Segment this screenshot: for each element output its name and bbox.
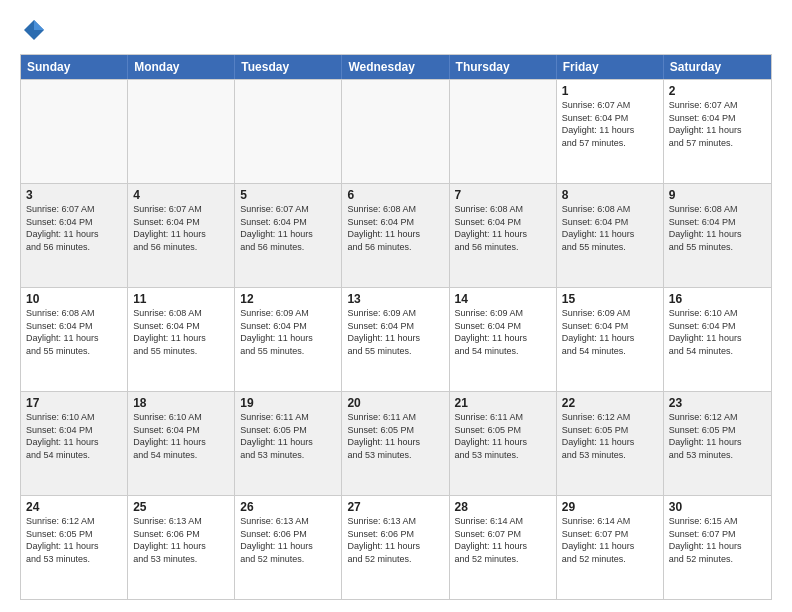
day-number: 21 <box>455 396 551 410</box>
calendar-cell: 7Sunrise: 6:08 AM Sunset: 6:04 PM Daylig… <box>450 184 557 287</box>
day-info: Sunrise: 6:08 AM Sunset: 6:04 PM Dayligh… <box>562 203 658 253</box>
calendar-cell: 24Sunrise: 6:12 AM Sunset: 6:05 PM Dayli… <box>21 496 128 599</box>
weekday-header: Thursday <box>450 55 557 79</box>
svg-marker-1 <box>34 20 44 30</box>
day-info: Sunrise: 6:11 AM Sunset: 6:05 PM Dayligh… <box>455 411 551 461</box>
calendar-cell: 25Sunrise: 6:13 AM Sunset: 6:06 PM Dayli… <box>128 496 235 599</box>
day-info: Sunrise: 6:09 AM Sunset: 6:04 PM Dayligh… <box>347 307 443 357</box>
day-number: 15 <box>562 292 658 306</box>
day-number: 11 <box>133 292 229 306</box>
calendar-cell: 18Sunrise: 6:10 AM Sunset: 6:04 PM Dayli… <box>128 392 235 495</box>
calendar-body: 1Sunrise: 6:07 AM Sunset: 6:04 PM Daylig… <box>21 79 771 599</box>
calendar-cell: 13Sunrise: 6:09 AM Sunset: 6:04 PM Dayli… <box>342 288 449 391</box>
calendar-cell: 19Sunrise: 6:11 AM Sunset: 6:05 PM Dayli… <box>235 392 342 495</box>
day-info: Sunrise: 6:07 AM Sunset: 6:04 PM Dayligh… <box>669 99 766 149</box>
day-info: Sunrise: 6:12 AM Sunset: 6:05 PM Dayligh… <box>562 411 658 461</box>
page: SundayMondayTuesdayWednesdayThursdayFrid… <box>0 0 792 612</box>
day-info: Sunrise: 6:08 AM Sunset: 6:04 PM Dayligh… <box>26 307 122 357</box>
calendar-row: 17Sunrise: 6:10 AM Sunset: 6:04 PM Dayli… <box>21 391 771 495</box>
day-info: Sunrise: 6:14 AM Sunset: 6:07 PM Dayligh… <box>455 515 551 565</box>
calendar: SundayMondayTuesdayWednesdayThursdayFrid… <box>20 54 772 600</box>
weekday-header: Friday <box>557 55 664 79</box>
day-info: Sunrise: 6:07 AM Sunset: 6:04 PM Dayligh… <box>240 203 336 253</box>
day-info: Sunrise: 6:09 AM Sunset: 6:04 PM Dayligh… <box>240 307 336 357</box>
day-number: 13 <box>347 292 443 306</box>
calendar-cell: 2Sunrise: 6:07 AM Sunset: 6:04 PM Daylig… <box>664 80 771 183</box>
day-info: Sunrise: 6:10 AM Sunset: 6:04 PM Dayligh… <box>133 411 229 461</box>
day-number: 18 <box>133 396 229 410</box>
calendar-cell: 20Sunrise: 6:11 AM Sunset: 6:05 PM Dayli… <box>342 392 449 495</box>
day-number: 29 <box>562 500 658 514</box>
calendar-row: 10Sunrise: 6:08 AM Sunset: 6:04 PM Dayli… <box>21 287 771 391</box>
day-number: 26 <box>240 500 336 514</box>
day-info: Sunrise: 6:08 AM Sunset: 6:04 PM Dayligh… <box>455 203 551 253</box>
calendar-cell <box>342 80 449 183</box>
calendar-cell <box>21 80 128 183</box>
calendar-cell: 14Sunrise: 6:09 AM Sunset: 6:04 PM Dayli… <box>450 288 557 391</box>
calendar-cell: 15Sunrise: 6:09 AM Sunset: 6:04 PM Dayli… <box>557 288 664 391</box>
calendar-cell: 29Sunrise: 6:14 AM Sunset: 6:07 PM Dayli… <box>557 496 664 599</box>
day-info: Sunrise: 6:08 AM Sunset: 6:04 PM Dayligh… <box>669 203 766 253</box>
logo <box>20 16 52 44</box>
calendar-cell: 30Sunrise: 6:15 AM Sunset: 6:07 PM Dayli… <box>664 496 771 599</box>
day-number: 17 <box>26 396 122 410</box>
day-number: 2 <box>669 84 766 98</box>
day-number: 25 <box>133 500 229 514</box>
day-number: 12 <box>240 292 336 306</box>
day-info: Sunrise: 6:11 AM Sunset: 6:05 PM Dayligh… <box>347 411 443 461</box>
day-number: 23 <box>669 396 766 410</box>
day-info: Sunrise: 6:09 AM Sunset: 6:04 PM Dayligh… <box>455 307 551 357</box>
calendar-cell <box>450 80 557 183</box>
calendar-cell: 21Sunrise: 6:11 AM Sunset: 6:05 PM Dayli… <box>450 392 557 495</box>
day-info: Sunrise: 6:08 AM Sunset: 6:04 PM Dayligh… <box>133 307 229 357</box>
calendar-cell: 9Sunrise: 6:08 AM Sunset: 6:04 PM Daylig… <box>664 184 771 287</box>
calendar-cell: 27Sunrise: 6:13 AM Sunset: 6:06 PM Dayli… <box>342 496 449 599</box>
day-number: 22 <box>562 396 658 410</box>
day-number: 9 <box>669 188 766 202</box>
header <box>20 16 772 44</box>
calendar-cell: 1Sunrise: 6:07 AM Sunset: 6:04 PM Daylig… <box>557 80 664 183</box>
day-number: 4 <box>133 188 229 202</box>
calendar-cell: 23Sunrise: 6:12 AM Sunset: 6:05 PM Dayli… <box>664 392 771 495</box>
day-number: 19 <box>240 396 336 410</box>
calendar-cell: 17Sunrise: 6:10 AM Sunset: 6:04 PM Dayli… <box>21 392 128 495</box>
calendar-cell: 12Sunrise: 6:09 AM Sunset: 6:04 PM Dayli… <box>235 288 342 391</box>
day-number: 8 <box>562 188 658 202</box>
calendar-header: SundayMondayTuesdayWednesdayThursdayFrid… <box>21 55 771 79</box>
day-number: 1 <box>562 84 658 98</box>
calendar-row: 3Sunrise: 6:07 AM Sunset: 6:04 PM Daylig… <box>21 183 771 287</box>
calendar-cell <box>128 80 235 183</box>
day-number: 28 <box>455 500 551 514</box>
day-info: Sunrise: 6:13 AM Sunset: 6:06 PM Dayligh… <box>133 515 229 565</box>
day-info: Sunrise: 6:13 AM Sunset: 6:06 PM Dayligh… <box>240 515 336 565</box>
calendar-cell: 11Sunrise: 6:08 AM Sunset: 6:04 PM Dayli… <box>128 288 235 391</box>
day-number: 5 <box>240 188 336 202</box>
weekday-header: Saturday <box>664 55 771 79</box>
day-info: Sunrise: 6:10 AM Sunset: 6:04 PM Dayligh… <box>26 411 122 461</box>
day-info: Sunrise: 6:12 AM Sunset: 6:05 PM Dayligh… <box>26 515 122 565</box>
calendar-cell <box>235 80 342 183</box>
day-number: 14 <box>455 292 551 306</box>
calendar-cell: 6Sunrise: 6:08 AM Sunset: 6:04 PM Daylig… <box>342 184 449 287</box>
day-number: 10 <box>26 292 122 306</box>
day-number: 30 <box>669 500 766 514</box>
day-info: Sunrise: 6:08 AM Sunset: 6:04 PM Dayligh… <box>347 203 443 253</box>
day-number: 6 <box>347 188 443 202</box>
calendar-cell: 26Sunrise: 6:13 AM Sunset: 6:06 PM Dayli… <box>235 496 342 599</box>
day-info: Sunrise: 6:14 AM Sunset: 6:07 PM Dayligh… <box>562 515 658 565</box>
day-info: Sunrise: 6:10 AM Sunset: 6:04 PM Dayligh… <box>669 307 766 357</box>
day-info: Sunrise: 6:07 AM Sunset: 6:04 PM Dayligh… <box>26 203 122 253</box>
day-number: 27 <box>347 500 443 514</box>
calendar-row: 24Sunrise: 6:12 AM Sunset: 6:05 PM Dayli… <box>21 495 771 599</box>
weekday-header: Monday <box>128 55 235 79</box>
day-info: Sunrise: 6:07 AM Sunset: 6:04 PM Dayligh… <box>133 203 229 253</box>
calendar-cell: 8Sunrise: 6:08 AM Sunset: 6:04 PM Daylig… <box>557 184 664 287</box>
calendar-row: 1Sunrise: 6:07 AM Sunset: 6:04 PM Daylig… <box>21 79 771 183</box>
day-number: 24 <box>26 500 122 514</box>
calendar-cell: 10Sunrise: 6:08 AM Sunset: 6:04 PM Dayli… <box>21 288 128 391</box>
calendar-cell: 16Sunrise: 6:10 AM Sunset: 6:04 PM Dayli… <box>664 288 771 391</box>
day-number: 16 <box>669 292 766 306</box>
calendar-cell: 4Sunrise: 6:07 AM Sunset: 6:04 PM Daylig… <box>128 184 235 287</box>
weekday-header: Wednesday <box>342 55 449 79</box>
calendar-cell: 3Sunrise: 6:07 AM Sunset: 6:04 PM Daylig… <box>21 184 128 287</box>
